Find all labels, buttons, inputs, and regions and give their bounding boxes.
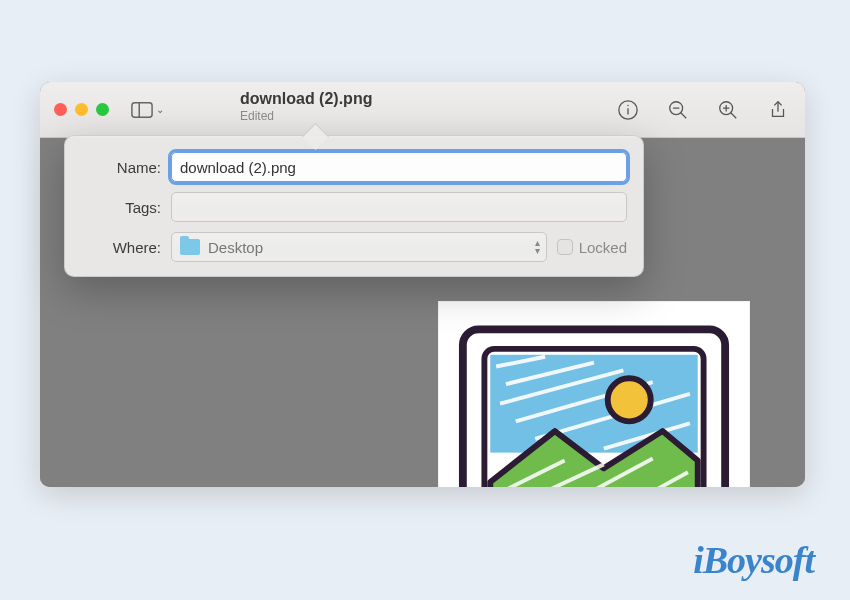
preview-image (438, 301, 750, 487)
where-label: Where: (81, 239, 161, 256)
svg-line-9 (731, 112, 737, 118)
svg-point-4 (627, 104, 628, 105)
name-label: Name: (81, 159, 161, 176)
updown-icon: ▴▾ (535, 239, 540, 255)
zoom-in-button[interactable] (715, 97, 741, 123)
locked-label: Locked (579, 239, 627, 256)
svg-point-21 (608, 378, 651, 421)
titlebar: ⌄ download (2).png Edited (40, 82, 805, 138)
title-stack[interactable]: download (2).png Edited (240, 90, 372, 123)
locked-checkbox[interactable] (557, 239, 573, 255)
panel-icon (131, 101, 153, 119)
toolbar-right (615, 97, 791, 123)
window-title: download (2).png (240, 90, 372, 108)
svg-rect-0 (132, 102, 152, 117)
tags-row: Tags: (81, 192, 627, 222)
name-row: Name: (81, 152, 627, 182)
name-input[interactable] (171, 152, 627, 182)
window-subtitle: Edited (240, 110, 372, 123)
zoom-out-icon (667, 99, 689, 121)
info-icon (617, 99, 639, 121)
where-select[interactable]: Desktop ▴▾ (171, 232, 547, 262)
locked-group: Locked (557, 239, 627, 256)
info-button[interactable] (615, 97, 641, 123)
tags-label: Tags: (81, 199, 161, 216)
folder-icon (180, 239, 200, 255)
sidebar-toggle-button[interactable]: ⌄ (131, 101, 164, 119)
where-value: Desktop (208, 239, 263, 256)
window-zoom-button[interactable] (96, 103, 109, 116)
tags-input[interactable] (171, 192, 627, 222)
window-close-button[interactable] (54, 103, 67, 116)
share-icon (767, 99, 789, 121)
watermark-logo: iBoysoft (693, 538, 814, 582)
zoom-in-icon (717, 99, 739, 121)
traffic-lights (54, 103, 109, 116)
window-minimize-button[interactable] (75, 103, 88, 116)
chevron-down-icon: ⌄ (156, 104, 164, 115)
svg-line-6 (681, 112, 687, 118)
where-row: Where: Desktop ▴▾ Locked (81, 232, 627, 262)
picture-sketch-icon (457, 320, 731, 487)
rename-popover: Name: Tags: Where: Desktop ▴▾ Locked (64, 135, 644, 277)
zoom-out-button[interactable] (665, 97, 691, 123)
share-button[interactable] (765, 97, 791, 123)
